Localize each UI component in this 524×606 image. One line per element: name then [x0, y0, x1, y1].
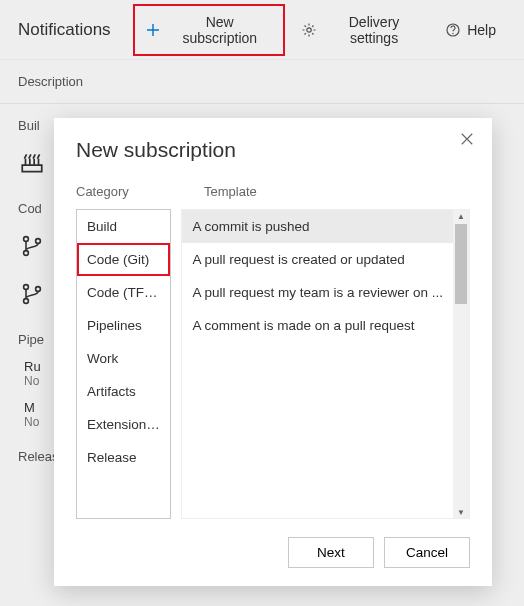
category-item[interactable]: Code (Git)	[77, 243, 170, 276]
category-item[interactable]: Extension ...	[77, 408, 170, 441]
template-item[interactable]: A pull request is created or updated	[182, 243, 453, 276]
scroll-up-icon[interactable]: ▲	[453, 210, 469, 222]
category-item[interactable]: Release	[77, 441, 170, 474]
close-button[interactable]	[460, 132, 476, 148]
category-header: Category	[76, 184, 184, 199]
cancel-button[interactable]: Cancel	[384, 537, 470, 568]
template-item[interactable]: A pull request my team is a reviewer on …	[182, 276, 453, 309]
category-item[interactable]: Build	[77, 210, 170, 243]
template-wrap: A commit is pushedA pull request is crea…	[181, 209, 470, 519]
scroll-thumb[interactable]	[455, 224, 467, 304]
next-button[interactable]: Next	[288, 537, 374, 568]
columns-header: Category Template	[76, 184, 470, 199]
template-list[interactable]: A commit is pushedA pull request is crea…	[182, 210, 453, 518]
category-item[interactable]: Work	[77, 342, 170, 375]
dialog-footer: Next Cancel	[76, 519, 470, 568]
template-item[interactable]: A commit is pushed	[182, 210, 453, 243]
template-scrollbar[interactable]: ▲ ▼	[453, 210, 469, 518]
category-item[interactable]: Artifacts	[77, 375, 170, 408]
template-header: Template	[204, 184, 470, 199]
new-subscription-dialog: New subscription Category Template Build…	[54, 118, 492, 586]
category-list[interactable]: BuildCode (Git)Code (TFVC)PipelinesWorkA…	[76, 209, 171, 519]
columns: BuildCode (Git)Code (TFVC)PipelinesWorkA…	[76, 209, 470, 519]
template-item[interactable]: A comment is made on a pull request	[182, 309, 453, 342]
scroll-down-icon[interactable]: ▼	[453, 506, 469, 518]
category-item[interactable]: Code (TFVC)	[77, 276, 170, 309]
dialog-title: New subscription	[76, 138, 470, 162]
close-icon	[460, 132, 474, 146]
category-item[interactable]: Pipelines	[77, 309, 170, 342]
